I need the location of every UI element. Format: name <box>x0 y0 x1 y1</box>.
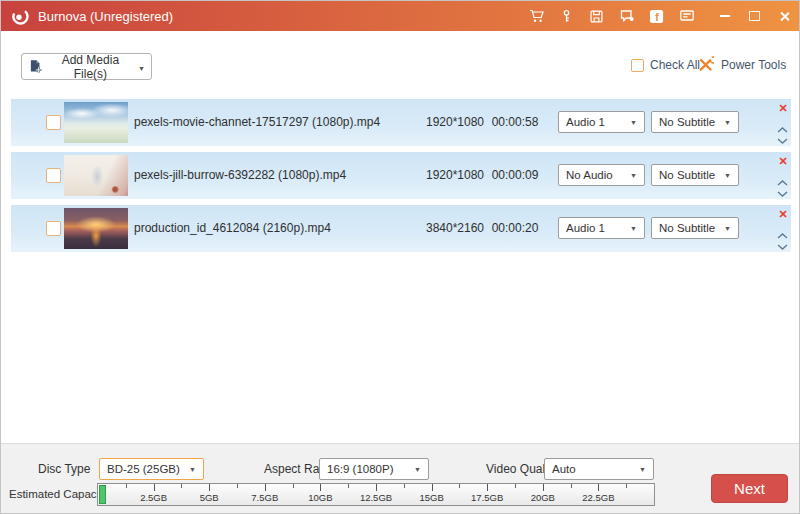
move-down-button[interactable] <box>777 183 788 201</box>
media-filename: pexels-jill-burrow-6392282 (1080p).mp4 <box>134 152 346 199</box>
remove-file-button[interactable]: ✕ <box>776 208 790 221</box>
capacity-tick <box>237 484 238 488</box>
app-title: Burnova (Unregistered) <box>38 9 173 24</box>
add-media-label: Add Media File(s) <box>50 53 131 81</box>
capacity-tick-label: 15GB <box>419 492 443 503</box>
capacity-tick <box>487 484 488 491</box>
subtitle-value: No Subtitle <box>659 222 715 234</box>
file-checkbox[interactable] <box>46 115 61 130</box>
capacity-fill <box>99 485 106 504</box>
audio-track-value: Audio 1 <box>566 222 605 234</box>
capacity-tick-label: 2.5GB <box>140 492 167 503</box>
capacity-tick-label: 10GB <box>308 492 332 503</box>
media-filename: pexels-movie-channet-17517297 (1080p).mp… <box>134 99 380 146</box>
video-thumbnail <box>64 102 128 143</box>
media-resolution: 1920*1080 <box>421 99 489 146</box>
maximize-button[interactable] <box>746 8 763 25</box>
file-checkbox[interactable] <box>46 168 61 183</box>
feedback-icon[interactable] <box>678 8 695 25</box>
media-resolution: 3840*2160 <box>421 205 489 252</box>
subtitle-value: No Subtitle <box>659 169 715 181</box>
subtitle-select[interactable]: No Subtitle <box>651 217 739 239</box>
app-logo-icon <box>11 7 30 26</box>
register-key-icon[interactable] <box>558 8 575 25</box>
maximize-icon <box>749 11 760 21</box>
capacity-tick <box>598 484 599 491</box>
capacity-tick <box>571 484 572 488</box>
facebook-icon[interactable]: f <box>648 8 665 25</box>
capacity-tick <box>265 484 266 491</box>
close-button[interactable] <box>776 8 793 25</box>
media-duration: 00:00:09 <box>489 152 541 199</box>
disc-type-label: Disc Type <box>38 458 90 480</box>
aspect-ratio-select[interactable]: 16:9 (1080P) <box>319 458 429 480</box>
move-down-button[interactable] <box>777 130 788 148</box>
disc-type-select[interactable]: BD-25 (25GB) <box>99 458 204 480</box>
capacity-tick <box>209 484 210 491</box>
remove-file-button[interactable]: ✕ <box>776 102 790 115</box>
subtitle-select[interactable]: No Subtitle <box>651 111 739 133</box>
capacity-tick-label: 12.5GB <box>360 492 392 503</box>
minimize-button[interactable] <box>716 8 733 25</box>
bottom-panel: Disc Type BD-25 (25GB) Aspect Ratio: 16:… <box>1 443 800 514</box>
file-checkbox[interactable] <box>46 221 61 236</box>
video-thumbnail <box>64 155 128 196</box>
add-file-icon <box>28 58 43 75</box>
remove-file-button[interactable]: ✕ <box>776 155 790 168</box>
subtitle-value: No Subtitle <box>659 116 715 128</box>
check-all-label: Check All <box>650 58 700 72</box>
audio-track-select[interactable]: Audio 1 <box>558 217 645 239</box>
capacity-tick <box>181 484 182 488</box>
video-quality-value: Auto <box>552 463 576 475</box>
capacity-tick <box>293 484 294 488</box>
capacity-tick-label: 22.5GB <box>582 492 614 503</box>
power-tools-label: Power Tools <box>721 58 786 72</box>
capacity-tick-label: 7.5GB <box>251 492 278 503</box>
check-all[interactable]: Check All <box>631 58 700 72</box>
media-row[interactable]: production_id_4612084 (2160p).mp4 3840*2… <box>11 205 791 252</box>
titlebar: Burnova (Unregistered) <box>1 1 800 31</box>
capacity-tick <box>376 484 377 491</box>
add-media-button[interactable]: Add Media File(s) <box>21 53 152 80</box>
minimize-icon <box>720 15 730 17</box>
cart-icon[interactable] <box>528 8 545 25</box>
media-row[interactable]: pexels-jill-burrow-6392282 (1080p).mp4 1… <box>11 152 791 199</box>
close-icon <box>779 11 790 22</box>
capacity-tick <box>432 484 433 491</box>
titlebar-icons: f <box>528 1 793 31</box>
capacity-tick <box>459 484 460 488</box>
audio-track-select[interactable]: No Audio <box>558 164 645 186</box>
media-duration: 00:00:20 <box>489 205 541 252</box>
estimated-capacity-label: Estimated Capacity: <box>9 483 111 506</box>
media-resolution: 1920*1080 <box>421 152 489 199</box>
burnova-window: Burnova (Unregistered) <box>0 0 800 514</box>
video-quality-select[interactable]: Auto <box>544 458 654 480</box>
media-row[interactable]: pexels-movie-channet-17517297 (1080p).mp… <box>11 99 791 146</box>
media-filename: production_id_4612084 (2160p).mp4 <box>134 205 331 252</box>
subtitle-select[interactable]: No Subtitle <box>651 164 739 186</box>
audio-track-select[interactable]: Audio 1 <box>558 111 645 133</box>
media-duration: 00:00:58 <box>489 99 541 146</box>
capacity-tick-label: 17.5GB <box>471 492 503 503</box>
power-tools-button[interactable]: Power Tools <box>697 56 786 73</box>
capacity-bar: 2.5GB5GB7.5GB10GB12.5GB15GB17.5GB20GB22.… <box>97 483 655 506</box>
audio-track-value: No Audio <box>566 169 613 181</box>
capacity-tick <box>320 484 321 491</box>
next-button[interactable]: Next <box>711 474 788 503</box>
capacity-tick <box>348 484 349 488</box>
capacity-tick <box>404 484 405 488</box>
capacity-tick <box>126 484 127 488</box>
chat-icon[interactable] <box>618 8 635 25</box>
svg-text:f: f <box>655 11 659 22</box>
move-down-button[interactable] <box>777 236 788 254</box>
power-tools-icon <box>697 56 714 73</box>
check-all-checkbox[interactable] <box>631 59 644 72</box>
capacity-tick-label: 5GB <box>200 492 219 503</box>
capacity-tick <box>154 484 155 491</box>
capacity-tick <box>515 484 516 488</box>
save-disc-icon[interactable] <box>588 8 605 25</box>
capacity-tick <box>543 484 544 491</box>
video-thumbnail <box>64 208 128 249</box>
aspect-ratio-value: 16:9 (1080P) <box>327 463 394 475</box>
audio-track-value: Audio 1 <box>566 116 605 128</box>
